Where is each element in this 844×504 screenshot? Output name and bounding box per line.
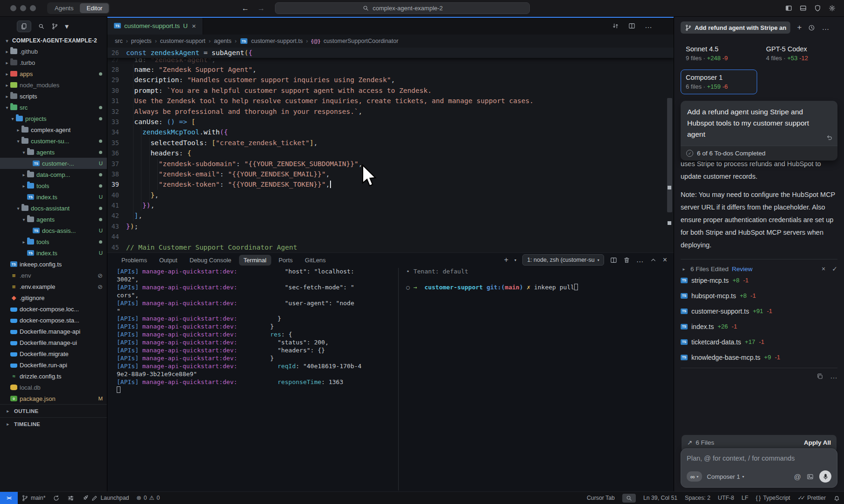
todos-row[interactable]: ✓ 6 of 6 To-dos Completed	[681, 146, 837, 161]
formatter-item[interactable]: ✓✓ Prettier	[794, 492, 830, 504]
code-line[interactable]: 40 },	[107, 190, 674, 200]
project-root-row[interactable]: ▾ COMPLEX-AGENT-EXAMPLE-2	[0, 35, 107, 46]
tree-item[interactable]: ▸.turbo	[0, 57, 107, 68]
voice-input-button[interactable]	[819, 470, 831, 483]
tree-item[interactable]: ▾projects	[0, 113, 107, 124]
user-message[interactable]: Add a refund agent using Stripe and Hubs…	[681, 101, 837, 146]
terminal-session-select[interactable]: 1: node, zsh (customer-su ▾	[522, 254, 604, 266]
tree-item[interactable]: TSindex.tsU	[0, 247, 107, 259]
tree-item[interactable]: TSinkeep.config.ts	[0, 259, 107, 270]
notifications-bell-icon[interactable]	[830, 492, 844, 504]
code-line[interactable]: 35 selectedTools: ["create_zendesk_ticke…	[107, 138, 674, 148]
tree-item[interactable]: ▸scripts	[0, 91, 107, 102]
code-line[interactable]: 42 ],	[107, 210, 674, 221]
reject-all-icon[interactable]: ×	[822, 265, 825, 273]
new-chat-icon[interactable]: +	[797, 23, 802, 32]
tree-item[interactable]: TSindex.tsU	[0, 191, 107, 203]
code-line[interactable]: 27 id: "zendesk-agent",	[107, 58, 674, 64]
more-actions-icon[interactable]: …	[830, 372, 837, 380]
sliders-icon[interactable]	[63, 492, 78, 504]
code-line[interactable]: 29 description: "Handles customer suppor…	[107, 75, 674, 85]
kill-terminal-icon[interactable]	[623, 257, 630, 264]
code-line[interactable]: 45// Main Customer Support Coordinator A…	[107, 242, 674, 252]
layout-sidebar-icon[interactable]	[785, 5, 792, 12]
compare-changes-icon[interactable]	[612, 22, 619, 29]
split-terminal-icon[interactable]	[610, 257, 617, 264]
code-line[interactable]: 44	[107, 231, 674, 242]
breadcrumb-item[interactable]: agents	[214, 38, 232, 44]
launchpad-item[interactable]: Launchpad	[78, 492, 133, 504]
tree-item[interactable]: {}package.jsonM	[0, 393, 107, 404]
code-line[interactable]: 30 prompt: `You are a helpful customer s…	[107, 85, 674, 96]
tree-item[interactable]: ≡.env⊘	[0, 270, 107, 281]
code-line[interactable]: 36 headers: {	[107, 148, 674, 158]
zoom-indicator[interactable]	[622, 494, 636, 503]
terminal-pane-divider[interactable]	[398, 268, 399, 490]
tree-item[interactable]: ▾docs-assistant	[0, 203, 107, 214]
settings-gear-icon[interactable]	[829, 5, 836, 12]
tree-item[interactable]: local.db	[0, 382, 107, 393]
editor-tab[interactable]: TS customer-support.ts U ×	[107, 17, 203, 35]
tree-item[interactable]: TScustomer-...U	[0, 158, 107, 169]
editor-scrollbar[interactable]	[667, 98, 672, 212]
tree-item[interactable]: docker-compose.loc...	[0, 303, 107, 315]
cursor-tab-item[interactable]: Cursor Tab	[583, 492, 619, 504]
code-line[interactable]: 43});	[107, 221, 674, 231]
close-icon[interactable]: ×	[192, 22, 196, 30]
chevron-right-icon[interactable]: ▸	[681, 266, 687, 272]
panel-tab-problems[interactable]: Problems	[117, 255, 152, 266]
maximize-panel-icon[interactable]	[650, 257, 657, 264]
tree-item[interactable]: docker-compose.sta...	[0, 315, 107, 326]
sync-icon[interactable]	[49, 492, 63, 504]
terminal[interactable]: [APIs] manage-api-quickstart:dev: "host"…	[117, 268, 674, 490]
restore-checkpoint-icon[interactable]	[826, 134, 833, 141]
problems-item[interactable]: ⊗ 0 ⚠ 0	[133, 492, 163, 504]
layout-panel-icon[interactable]	[800, 5, 807, 12]
model-run-card[interactable]: Sonnet 4.59 files · +248 -9	[681, 41, 757, 66]
panel-tab-debug-console[interactable]: Debug Console	[185, 255, 236, 266]
sidebar-section-outline[interactable]: ▸OUTLINE	[0, 404, 107, 417]
shield-icon[interactable]	[814, 5, 821, 12]
apply-all-button[interactable]: Apply All	[804, 439, 831, 446]
tree-item[interactable]: ▸tools	[0, 180, 107, 191]
model-run-card[interactable]: GPT-5 Codex4 files · +53 -12	[761, 41, 837, 66]
code-line[interactable]: 38 "zendesk-email": "{{YOUR_ZENDESK_EMAI…	[107, 169, 674, 179]
panel-tab-output[interactable]: Output	[155, 255, 182, 266]
panel-tab-ports[interactable]: Ports	[274, 255, 297, 266]
back-icon[interactable]: ←	[241, 4, 249, 13]
image-attach-icon[interactable]	[807, 473, 814, 480]
tree-item[interactable]: Dockerfile.manage-api	[0, 326, 107, 337]
close-panel-icon[interactable]: ×	[663, 256, 667, 264]
accept-all-icon[interactable]: ✓	[832, 265, 837, 273]
edited-file-row[interactable]: TSknowledge-base-mcp.ts+9-1	[681, 350, 837, 365]
tree-item[interactable]: ▸apps	[0, 68, 107, 79]
edited-file-row[interactable]: TSindex.ts+26-1	[681, 319, 837, 334]
model-run-card[interactable]: Composer 16 files · +159 -6	[681, 70, 757, 94]
model-select[interactable]: Composer 1 ▾	[707, 473, 744, 480]
files-changed-bar[interactable]: ↗ 6 Files Apply All	[682, 435, 837, 450]
mention-icon[interactable]: @	[794, 473, 801, 481]
source-control-icon[interactable]	[51, 23, 58, 30]
chevron-down-icon[interactable]: ▾	[65, 22, 69, 31]
language-item[interactable]: { } TypeScript	[752, 492, 794, 504]
traffic-light-zoom[interactable]	[30, 5, 36, 11]
sidebar-section-timeline[interactable]: ▸TIMELINE	[0, 417, 107, 430]
code-line[interactable]: 39 "zendesk-token": "{{YOUR_ZENDESK_TOKE…	[107, 179, 674, 189]
history-icon[interactable]	[808, 24, 815, 31]
traffic-light-minimize[interactable]	[20, 5, 26, 11]
git-branch-item[interactable]: main*	[18, 492, 49, 504]
new-terminal-icon[interactable]: +	[504, 256, 508, 264]
tree-item[interactable]: ▾agents	[0, 214, 107, 225]
breadcrumb-item[interactable]: customer-support.ts	[251, 38, 302, 44]
cursor-position-item[interactable]: Ln 39, Col 51	[640, 492, 681, 504]
review-link[interactable]: Review	[732, 266, 753, 273]
tree-item[interactable]: ◆.gitignore	[0, 292, 107, 303]
edited-file-row[interactable]: TScustomer-support.ts+91-1	[681, 303, 837, 319]
edited-file-row[interactable]: TSticketcard-data.ts+17-1	[681, 334, 837, 350]
panel-tab-gitlens[interactable]: GitLens	[300, 255, 331, 266]
breadcrumb-item[interactable]: customerSupportCoordinator	[324, 38, 399, 44]
eol-item[interactable]: LF	[738, 492, 752, 504]
more-actions-icon[interactable]: …	[645, 21, 652, 30]
breadcrumb-item[interactable]: src	[115, 38, 123, 44]
tree-item[interactable]: ≈drizzle.config.ts	[0, 371, 107, 382]
